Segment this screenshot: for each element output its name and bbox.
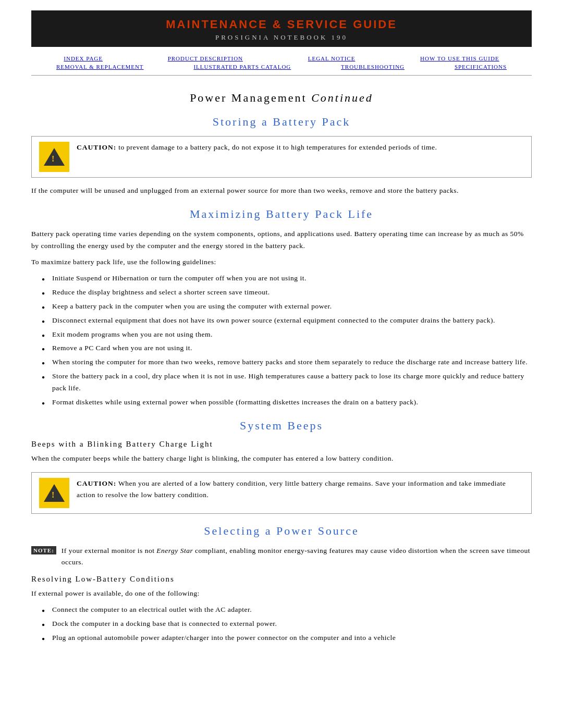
caution-box-storing: CAUTION: to prevent damage to a battery … (31, 136, 532, 178)
nav-illustrated-parts[interactable]: ILLUSTRATED PARTS CATALOG (193, 64, 291, 70)
list-item: Disconnect external equipment that does … (42, 315, 532, 327)
resolving-bullets: Connect the computer to an electrical ou… (42, 604, 532, 644)
subsection-beeps: Beeps with a Blinking Battery Charge Lig… (31, 440, 532, 449)
resolving-body: If external power is available, do one o… (31, 588, 532, 600)
caution-triangle-icon (44, 148, 65, 166)
header-title: MAINTENANCE & SERVICE GUIDE (42, 18, 521, 31)
list-item: Exit modem programs when you are not usi… (42, 329, 532, 341)
nav-removal-replacement[interactable]: REMOVAL & REPLACEMENT (56, 64, 144, 70)
header-subtitle: PROSIGNIA NOTEBOOK 190 (42, 33, 521, 42)
list-item: Initiate Suspend or Hibernation or turn … (42, 273, 532, 285)
header-bar: MAINTENANCE & SERVICE GUIDE PROSIGNIA NO… (31, 10, 532, 47)
page-title: Power Management Continued (31, 91, 532, 105)
nav-product-description[interactable]: PRODUCT DESCRIPTION (168, 55, 243, 61)
section-beeps-title: System Beeps (31, 419, 532, 433)
main-content: Power Management Continued Storing a Bat… (31, 76, 532, 659)
subsection-resolving: Resolving Low-Battery Conditions (31, 575, 532, 584)
caution-text-beeps: CAUTION: When you are alerted of a low b… (77, 478, 524, 500)
list-item: When storing the computer for more than … (42, 356, 532, 368)
storing-body: If the computer will be unused and unplu… (31, 185, 532, 197)
nav-area: INDEX PAGE PRODUCT DESCRIPTION LEGAL NOT… (31, 52, 532, 76)
nav-troubleshooting[interactable]: TROUBLESHOOTING (341, 64, 405, 70)
nav-row-2: REMOVAL & REPLACEMENT ILLUSTRATED PARTS … (31, 64, 532, 70)
nav-specifications[interactable]: SPECIFICATIONS (455, 64, 507, 70)
list-item: Dock the computer in a docking base that… (42, 618, 532, 630)
note-text-power: If your external monitor is not Energy S… (62, 545, 532, 567)
caution-triangle-icon-2 (44, 484, 65, 502)
section-power-source-title: Selecting a Power Source (31, 524, 532, 538)
section-storing-title: Storing a Battery Pack (31, 115, 532, 129)
maximizing-list-intro: To maximize battery pack life, use the f… (31, 256, 532, 268)
note-label: NOTE: (31, 546, 56, 554)
maximizing-bullets: Initiate Suspend or Hibernation or turn … (42, 273, 532, 409)
list-item: Plug an optional automobile power adapte… (42, 632, 532, 644)
list-item: Format diskettes while using external po… (42, 397, 532, 409)
page-title-continued: Continued (311, 91, 373, 104)
caution-icon-storing (39, 142, 69, 172)
list-item: Connect the computer to an electrical ou… (42, 604, 532, 616)
nav-how-to-use[interactable]: HOW TO USE THIS GUIDE (420, 55, 499, 61)
nav-row-1: INDEX PAGE PRODUCT DESCRIPTION LEGAL NOT… (31, 55, 532, 61)
nav-legal-notice[interactable]: LEGAL NOTICE (308, 55, 356, 61)
list-item: Remove a PC Card when you are not using … (42, 342, 532, 354)
list-item: Keep a battery pack in the computer when… (42, 301, 532, 313)
note-box-power: NOTE: If your external monitor is not En… (31, 545, 532, 567)
caution-text-storing: CAUTION: to prevent damage to a battery … (77, 142, 437, 153)
list-item: Store the battery pack in a cool, dry pl… (42, 371, 532, 394)
caution-box-beeps: CAUTION: When you are alerted of a low b… (31, 472, 532, 514)
beeps-body: When the computer beeps while the batter… (31, 453, 532, 465)
nav-index-page[interactable]: INDEX PAGE (64, 55, 103, 61)
page-title-text: Power Management (190, 91, 307, 104)
section-maximizing-title: Maximizing Battery Pack Life (31, 207, 532, 221)
list-item: Reduce the display brightness and select… (42, 287, 532, 299)
maximizing-intro: Battery pack operating time varies depen… (31, 228, 532, 252)
caution-icon-beeps (39, 478, 69, 508)
